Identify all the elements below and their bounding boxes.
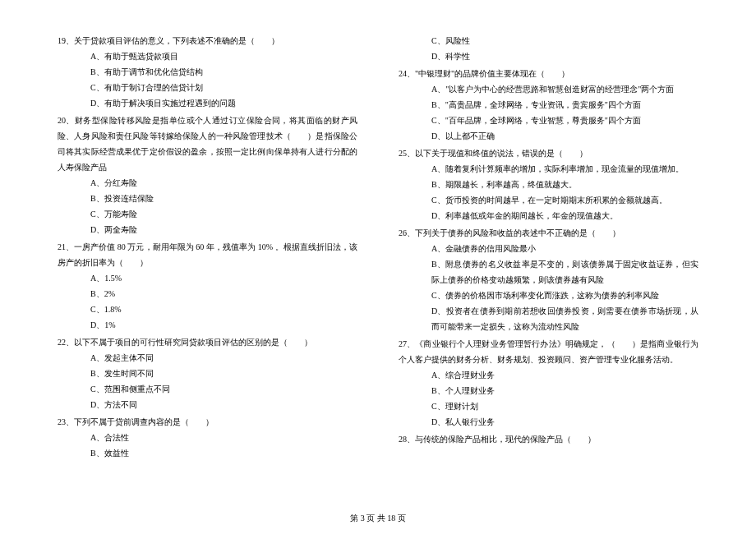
q23-option-b: B、效益性 bbox=[58, 445, 357, 461]
q26-text: 26、下列关于债券的风险和收益的表述中不正确的是（ ） bbox=[399, 225, 698, 241]
q24-option-c: C、"百年品牌，全球网络，专业智慧，尊贵服务"四个方面 bbox=[399, 113, 698, 128]
q27-option-b: B、个人理财业务 bbox=[399, 383, 698, 398]
question-28: 28、与传统的保险产品相比，现代的保险产品（ ） bbox=[399, 431, 698, 447]
q19-option-b: B、有助于调节和优化信贷结构 bbox=[58, 64, 357, 80]
q28-text: 28、与传统的保险产品相比，现代的保险产品（ ） bbox=[399, 431, 698, 447]
q27-option-d: D、私人银行业务 bbox=[399, 414, 698, 430]
q20-option-a: A、分红寿险 bbox=[58, 175, 357, 191]
q25-option-d: D、利率越低或年金的期间越长，年金的现值越大。 bbox=[399, 208, 698, 223]
question-23-cont: C、风险性 D、科学性 bbox=[399, 33, 698, 64]
q26-option-b: B、附息债券的名义收益率是不变的，则该债券属于固定收益证券，但实际上债券的价格变… bbox=[399, 256, 698, 288]
q25-text: 25、以下关于现值和终值的说法，错误的是（ ） bbox=[399, 145, 698, 161]
question-21: 21、一房产价值 80 万元，耐用年限为 60 年，残值率为 10% 。根据直线… bbox=[58, 239, 357, 333]
question-20: 20、财务型保险转移风险是指单位或个人通过订立保险合同，将其面临的财产风险、人身… bbox=[58, 113, 357, 237]
q19-option-d: D、有助于解决项目实施过程遇到的问题 bbox=[58, 95, 357, 111]
question-23: 23、下列不属于贷前调查内容的是（ ） A、合法性 B、效益性 bbox=[58, 414, 357, 461]
q27-option-a: A、综合理财业务 bbox=[399, 367, 698, 383]
q27-text: 27、《商业银行个人理财业务管理暂行办法》明确规定，（ ）是指商业银行为个人客户… bbox=[399, 336, 698, 367]
q22-text: 22、以下不属于项目的可行性研究同贷款项目评估的区别的是（ ） bbox=[58, 334, 357, 350]
q20-option-b: B、投资连结保险 bbox=[58, 191, 357, 206]
q19-option-a: A、有助于甄选贷款项目 bbox=[58, 48, 357, 64]
q24-option-a: A、"以客户为中心的经营思路和智慧创造财富的经营理念"两个方面 bbox=[399, 81, 698, 97]
question-26: 26、下列关于债券的风险和收益的表述中不正确的是（ ） A、金融债券的信用风险最… bbox=[399, 225, 698, 334]
question-27: 27、《商业银行个人理财业务管理暂行办法》明确规定，（ ）是指商业银行为个人客户… bbox=[399, 336, 698, 430]
q25-option-b: B、期限越长，利率越高，终值就越大。 bbox=[399, 177, 698, 192]
q27-option-c: C、理财计划 bbox=[399, 398, 698, 414]
question-24: 24、"中银理财"的品牌价值主要体现在（ ） A、"以客户为中心的经营思路和智慧… bbox=[399, 66, 698, 144]
q22-option-a: A、发起主体不同 bbox=[58, 350, 357, 366]
q23-option-c: C、风险性 bbox=[399, 33, 698, 48]
q21-option-d: D、1% bbox=[58, 317, 357, 333]
q24-option-d: D、以上都不正确 bbox=[399, 128, 698, 144]
q21-option-c: C、1.8% bbox=[58, 302, 357, 317]
q19-text: 19、关于贷款项目评估的意义，下列表述不准确的是（ ） bbox=[58, 33, 357, 48]
q23-option-d: D、科学性 bbox=[399, 48, 698, 64]
q26-option-d: D、投资者在债券到期前若想收回债券投资，则需要在债券市场折现，从而可能带来一定损… bbox=[399, 303, 698, 334]
question-22: 22、以下不属于项目的可行性研究同贷款项目评估的区别的是（ ） A、发起主体不同… bbox=[58, 334, 357, 412]
q25-option-a: A、随着复利计算频率的增加，实际利率增加，现金流量的现值增加。 bbox=[399, 161, 698, 177]
q20-option-c: C、万能寿险 bbox=[58, 206, 357, 222]
q21-option-b: B、2% bbox=[58, 286, 357, 302]
q24-option-b: B、"高贵品牌，全球网络，专业资讯，贵宾服务"四个方面 bbox=[399, 97, 698, 113]
left-column: 19、关于贷款项目评估的意义，下列表述不准确的是（ ） A、有助于甄选贷款项目 … bbox=[58, 33, 357, 501]
question-19: 19、关于贷款项目评估的意义，下列表述不准确的是（ ） A、有助于甄选贷款项目 … bbox=[58, 33, 357, 111]
question-25: 25、以下关于现值和终值的说法，错误的是（ ） A、随着复利计算频率的增加，实际… bbox=[399, 145, 698, 223]
q24-text: 24、"中银理财"的品牌价值主要体现在（ ） bbox=[399, 66, 698, 81]
q21-option-a: A、1.5% bbox=[58, 270, 357, 286]
q23-text: 23、下列不属于贷前调查内容的是（ ） bbox=[58, 414, 357, 430]
q26-option-c: C、债券的价格因市场利率变化而涨跌，这称为债券的利率风险 bbox=[399, 288, 698, 303]
q19-option-c: C、有助于制订合理的信贷计划 bbox=[58, 80, 357, 95]
q26-option-a: A、金融债券的信用风险最小 bbox=[399, 241, 698, 256]
q21-text: 21、一房产价值 80 万元，耐用年限为 60 年，残值率为 10% 。根据直线… bbox=[58, 239, 357, 270]
page-footer: 第 3 页 共 18 页 bbox=[0, 513, 756, 524]
q23-option-a: A、合法性 bbox=[58, 430, 357, 445]
q20-option-d: D、两全寿险 bbox=[58, 222, 357, 237]
exam-content: 19、关于贷款项目评估的意义，下列表述不准确的是（ ） A、有助于甄选贷款项目 … bbox=[58, 33, 698, 501]
q22-option-b: B、发生时间不同 bbox=[58, 366, 357, 381]
q20-text: 20、财务型保险转移风险是指单位或个人通过订立保险合同，将其面临的财产风险、人身… bbox=[58, 113, 357, 175]
q22-option-c: C、范围和侧重点不同 bbox=[58, 381, 357, 397]
q22-option-d: D、方法不同 bbox=[58, 397, 357, 412]
right-column: C、风险性 D、科学性 24、"中银理财"的品牌价值主要体现在（ ） A、"以客… bbox=[399, 33, 698, 501]
q25-option-c: C、货币投资的时间越早，在一定时期期末所积累的金额就越高。 bbox=[399, 192, 698, 208]
